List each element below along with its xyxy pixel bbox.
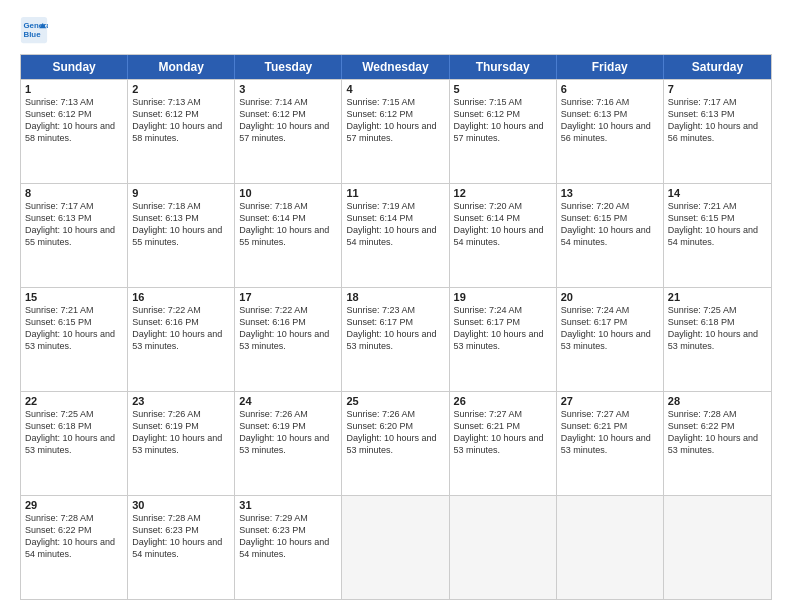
calendar-cell: 27Sunrise: 7:27 AM Sunset: 6:21 PM Dayli… — [557, 392, 664, 495]
day-number: 1 — [25, 83, 123, 95]
header: General Blue — [20, 16, 772, 44]
day-number: 11 — [346, 187, 444, 199]
day-number: 26 — [454, 395, 552, 407]
calendar-header-cell: Sunday — [21, 55, 128, 79]
calendar-cell — [342, 496, 449, 599]
calendar-cell: 8Sunrise: 7:17 AM Sunset: 6:13 PM Daylig… — [21, 184, 128, 287]
day-info: Sunrise: 7:25 AM Sunset: 6:18 PM Dayligh… — [668, 304, 767, 353]
calendar-cell: 13Sunrise: 7:20 AM Sunset: 6:15 PM Dayli… — [557, 184, 664, 287]
calendar-cell — [557, 496, 664, 599]
day-number: 10 — [239, 187, 337, 199]
calendar-cell: 9Sunrise: 7:18 AM Sunset: 6:13 PM Daylig… — [128, 184, 235, 287]
calendar-cell: 20Sunrise: 7:24 AM Sunset: 6:17 PM Dayli… — [557, 288, 664, 391]
day-info: Sunrise: 7:24 AM Sunset: 6:17 PM Dayligh… — [454, 304, 552, 353]
day-number: 25 — [346, 395, 444, 407]
calendar-cell: 22Sunrise: 7:25 AM Sunset: 6:18 PM Dayli… — [21, 392, 128, 495]
day-info: Sunrise: 7:16 AM Sunset: 6:13 PM Dayligh… — [561, 96, 659, 145]
day-number: 6 — [561, 83, 659, 95]
day-info: Sunrise: 7:28 AM Sunset: 6:23 PM Dayligh… — [132, 512, 230, 561]
day-number: 8 — [25, 187, 123, 199]
day-info: Sunrise: 7:28 AM Sunset: 6:22 PM Dayligh… — [668, 408, 767, 457]
calendar-cell: 30Sunrise: 7:28 AM Sunset: 6:23 PM Dayli… — [128, 496, 235, 599]
calendar-header-cell: Thursday — [450, 55, 557, 79]
day-number: 30 — [132, 499, 230, 511]
day-number: 5 — [454, 83, 552, 95]
logo-icon: General Blue — [20, 16, 48, 44]
calendar-header: SundayMondayTuesdayWednesdayThursdayFrid… — [21, 55, 771, 79]
day-number: 24 — [239, 395, 337, 407]
day-info: Sunrise: 7:21 AM Sunset: 6:15 PM Dayligh… — [668, 200, 767, 249]
calendar-header-cell: Saturday — [664, 55, 771, 79]
day-number: 23 — [132, 395, 230, 407]
calendar-cell: 19Sunrise: 7:24 AM Sunset: 6:17 PM Dayli… — [450, 288, 557, 391]
calendar-cell: 12Sunrise: 7:20 AM Sunset: 6:14 PM Dayli… — [450, 184, 557, 287]
calendar-cell: 10Sunrise: 7:18 AM Sunset: 6:14 PM Dayli… — [235, 184, 342, 287]
calendar-cell: 5Sunrise: 7:15 AM Sunset: 6:12 PM Daylig… — [450, 80, 557, 183]
day-info: Sunrise: 7:18 AM Sunset: 6:13 PM Dayligh… — [132, 200, 230, 249]
calendar-cell: 26Sunrise: 7:27 AM Sunset: 6:21 PM Dayli… — [450, 392, 557, 495]
day-number: 15 — [25, 291, 123, 303]
calendar-cell: 15Sunrise: 7:21 AM Sunset: 6:15 PM Dayli… — [21, 288, 128, 391]
calendar-cell: 25Sunrise: 7:26 AM Sunset: 6:20 PM Dayli… — [342, 392, 449, 495]
day-info: Sunrise: 7:28 AM Sunset: 6:22 PM Dayligh… — [25, 512, 123, 561]
calendar-cell: 29Sunrise: 7:28 AM Sunset: 6:22 PM Dayli… — [21, 496, 128, 599]
calendar-cell: 6Sunrise: 7:16 AM Sunset: 6:13 PM Daylig… — [557, 80, 664, 183]
calendar-header-cell: Friday — [557, 55, 664, 79]
day-number: 18 — [346, 291, 444, 303]
day-info: Sunrise: 7:20 AM Sunset: 6:14 PM Dayligh… — [454, 200, 552, 249]
day-number: 31 — [239, 499, 337, 511]
page: General Blue SundayMondayTuesdayWednesda… — [0, 0, 792, 612]
calendar-cell: 17Sunrise: 7:22 AM Sunset: 6:16 PM Dayli… — [235, 288, 342, 391]
calendar-cell: 11Sunrise: 7:19 AM Sunset: 6:14 PM Dayli… — [342, 184, 449, 287]
calendar-cell: 23Sunrise: 7:26 AM Sunset: 6:19 PM Dayli… — [128, 392, 235, 495]
calendar-header-cell: Tuesday — [235, 55, 342, 79]
calendar-row: 15Sunrise: 7:21 AM Sunset: 6:15 PM Dayli… — [21, 287, 771, 391]
calendar-cell: 3Sunrise: 7:14 AM Sunset: 6:12 PM Daylig… — [235, 80, 342, 183]
calendar-header-cell: Monday — [128, 55, 235, 79]
calendar-cell: 31Sunrise: 7:29 AM Sunset: 6:23 PM Dayli… — [235, 496, 342, 599]
day-info: Sunrise: 7:24 AM Sunset: 6:17 PM Dayligh… — [561, 304, 659, 353]
logo: General Blue — [20, 16, 52, 44]
day-info: Sunrise: 7:25 AM Sunset: 6:18 PM Dayligh… — [25, 408, 123, 457]
day-info: Sunrise: 7:13 AM Sunset: 6:12 PM Dayligh… — [132, 96, 230, 145]
day-info: Sunrise: 7:20 AM Sunset: 6:15 PM Dayligh… — [561, 200, 659, 249]
calendar-row: 8Sunrise: 7:17 AM Sunset: 6:13 PM Daylig… — [21, 183, 771, 287]
day-info: Sunrise: 7:15 AM Sunset: 6:12 PM Dayligh… — [454, 96, 552, 145]
day-info: Sunrise: 7:23 AM Sunset: 6:17 PM Dayligh… — [346, 304, 444, 353]
day-number: 29 — [25, 499, 123, 511]
calendar-cell: 16Sunrise: 7:22 AM Sunset: 6:16 PM Dayli… — [128, 288, 235, 391]
calendar-row: 1Sunrise: 7:13 AM Sunset: 6:12 PM Daylig… — [21, 79, 771, 183]
calendar-cell: 28Sunrise: 7:28 AM Sunset: 6:22 PM Dayli… — [664, 392, 771, 495]
day-number: 21 — [668, 291, 767, 303]
calendar-cell: 21Sunrise: 7:25 AM Sunset: 6:18 PM Dayli… — [664, 288, 771, 391]
calendar-row: 22Sunrise: 7:25 AM Sunset: 6:18 PM Dayli… — [21, 391, 771, 495]
calendar: SundayMondayTuesdayWednesdayThursdayFrid… — [20, 54, 772, 600]
day-number: 2 — [132, 83, 230, 95]
day-number: 22 — [25, 395, 123, 407]
calendar-cell — [450, 496, 557, 599]
day-info: Sunrise: 7:22 AM Sunset: 6:16 PM Dayligh… — [239, 304, 337, 353]
day-info: Sunrise: 7:19 AM Sunset: 6:14 PM Dayligh… — [346, 200, 444, 249]
calendar-cell: 4Sunrise: 7:15 AM Sunset: 6:12 PM Daylig… — [342, 80, 449, 183]
day-info: Sunrise: 7:13 AM Sunset: 6:12 PM Dayligh… — [25, 96, 123, 145]
calendar-header-cell: Wednesday — [342, 55, 449, 79]
calendar-cell: 1Sunrise: 7:13 AM Sunset: 6:12 PM Daylig… — [21, 80, 128, 183]
day-info: Sunrise: 7:21 AM Sunset: 6:15 PM Dayligh… — [25, 304, 123, 353]
calendar-cell: 2Sunrise: 7:13 AM Sunset: 6:12 PM Daylig… — [128, 80, 235, 183]
day-info: Sunrise: 7:27 AM Sunset: 6:21 PM Dayligh… — [561, 408, 659, 457]
day-number: 19 — [454, 291, 552, 303]
day-number: 3 — [239, 83, 337, 95]
day-info: Sunrise: 7:17 AM Sunset: 6:13 PM Dayligh… — [25, 200, 123, 249]
calendar-cell: 24Sunrise: 7:26 AM Sunset: 6:19 PM Dayli… — [235, 392, 342, 495]
svg-text:Blue: Blue — [24, 30, 42, 39]
day-number: 4 — [346, 83, 444, 95]
day-number: 17 — [239, 291, 337, 303]
calendar-cell — [664, 496, 771, 599]
day-info: Sunrise: 7:27 AM Sunset: 6:21 PM Dayligh… — [454, 408, 552, 457]
day-info: Sunrise: 7:26 AM Sunset: 6:19 PM Dayligh… — [239, 408, 337, 457]
day-number: 13 — [561, 187, 659, 199]
day-number: 7 — [668, 83, 767, 95]
day-info: Sunrise: 7:26 AM Sunset: 6:19 PM Dayligh… — [132, 408, 230, 457]
day-number: 14 — [668, 187, 767, 199]
calendar-cell: 14Sunrise: 7:21 AM Sunset: 6:15 PM Dayli… — [664, 184, 771, 287]
